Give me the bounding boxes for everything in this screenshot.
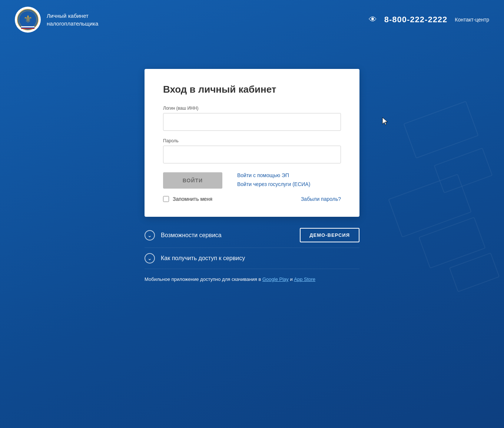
login-card: Вход в личный кабинет Логин (ваш ИНН) Па… (145, 69, 359, 217)
forgot-password-link[interactable]: Забыли пароль? (301, 196, 341, 202)
remember-me-group: Запомнить меня (163, 196, 212, 202)
chevron-down-icon-2[interactable]: ⌄ (145, 253, 155, 263)
svg-rect-5 (21, 28, 34, 29)
logo: ⚜ (15, 7, 41, 33)
header-left: ⚜ Личный кабинет налогоплательщика (15, 7, 98, 33)
site-title: Личный кабинет налогоплательщика (47, 12, 98, 27)
password-field-group: Пароль (163, 138, 341, 163)
app-store-link[interactable]: App Store (294, 276, 315, 282)
login-title: Вход в личный кабинет (163, 84, 341, 95)
google-play-link[interactable]: Google Play (262, 276, 289, 282)
login-input[interactable] (163, 113, 341, 131)
password-label: Пароль (163, 138, 341, 143)
alt-login-links: Войти с помощью ЭП Войти через госуслуги… (237, 172, 310, 187)
mobile-app-text: Мобильное приложение доступно для скачив… (145, 276, 359, 282)
login-button[interactable]: ВОЙТИ (163, 172, 222, 189)
remember-label: Запомнить меня (173, 196, 212, 202)
mobile-app-prefix: Мобильное приложение доступно для скачив… (145, 276, 262, 282)
password-input[interactable] (163, 146, 341, 163)
main-content: Вход в личный кабинет Логин (ваш ИНН) Па… (0, 39, 504, 282)
access-label[interactable]: Как получить доступ к сервису (161, 255, 245, 262)
login-field-group: Логин (ваш ИНН) (163, 106, 341, 131)
svg-text:⚜: ⚜ (23, 13, 33, 25)
phone-number: 8-800-222-2222 (384, 15, 448, 24)
gosuslugi-login-link[interactable]: Войти через госуслуги (ЕСИА) (237, 181, 310, 187)
chevron-down-icon[interactable]: ⌄ (145, 230, 155, 240)
service-features-label[interactable]: Возможности сервиса (161, 232, 222, 239)
svg-rect-4 (21, 27, 34, 28)
remember-checkbox[interactable] (163, 196, 169, 202)
eye-icon[interactable]: 👁 (369, 15, 377, 24)
header: ⚜ Личный кабинет налогоплательщика 👁 8-8… (0, 0, 504, 39)
below-card: ⌄ Возможности сервиса ДЕМО-ВЕРСИЯ ⌄ Как … (145, 223, 359, 282)
contact-center-link[interactable]: Контакт-центр (455, 17, 489, 23)
demo-version-button[interactable]: ДЕМО-ВЕРСИЯ (300, 228, 359, 242)
ep-login-link[interactable]: Войти с помощью ЭП (237, 172, 310, 178)
and-text: и (289, 276, 294, 282)
form-actions: ВОЙТИ Войти с помощью ЭП Войти через гос… (163, 172, 341, 189)
login-label: Логин (ваш ИНН) (163, 106, 341, 111)
remember-row: Запомнить меня Забыли пароль? (163, 196, 341, 202)
header-right: 👁 8-800-222-2222 Контакт-центр (369, 15, 489, 24)
access-row: ⌄ Как получить доступ к сервису (145, 248, 359, 269)
service-features-row: ⌄ Возможности сервиса ДЕМО-ВЕРСИЯ (145, 223, 359, 248)
